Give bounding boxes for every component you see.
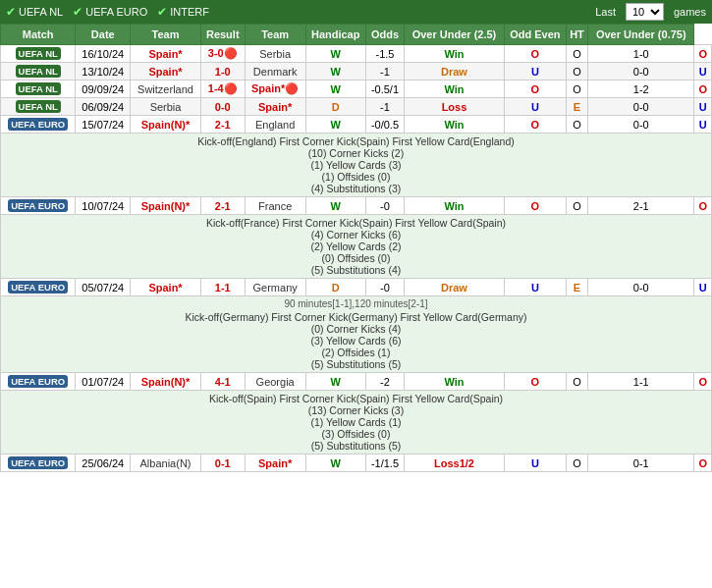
table-row: UEFA EURO 05/07/24 Spain* 1-1 Germany D …	[1, 279, 712, 296]
matches-table: Match Date Team Result Team Handicap Odd…	[0, 24, 712, 472]
cell-result: 1-0	[200, 63, 245, 80]
cell-oe: O	[566, 197, 587, 215]
cell-team2: England	[245, 116, 305, 134]
cell-team1: Spain*	[131, 45, 201, 63]
check-icon-interf: ✔	[157, 5, 167, 19]
col-match: Match	[1, 25, 76, 45]
cell-result: 4-1	[200, 373, 245, 391]
cell-handicap: -1	[365, 63, 404, 80]
filter-uefa-euro[interactable]: ✔ UEFA EURO	[73, 5, 147, 19]
col-odds: Odds	[365, 25, 404, 45]
cell-date: 09/09/24	[76, 80, 131, 98]
cell-handicap: -1.5	[365, 45, 404, 63]
cell-team2: Spain*🔴	[245, 80, 305, 98]
cell-ou2: U	[694, 63, 712, 80]
cell-handicap: -0.5/1	[365, 80, 404, 98]
cell-handicap: -0	[365, 279, 404, 296]
col-team1: Team	[131, 25, 201, 45]
cell-ou2: U	[694, 279, 712, 296]
cell-result: 2-1	[200, 116, 245, 134]
cell-ht: 0-0	[588, 116, 694, 134]
cell-date: 01/07/24	[76, 373, 131, 391]
cell-ou2: U	[694, 116, 712, 134]
cell-odds: Draw	[405, 63, 505, 80]
cell-handicap: -1	[365, 98, 404, 116]
games-select[interactable]: 10 20 30	[626, 3, 664, 21]
col-date: Date	[76, 25, 131, 45]
cell-odds: Loss1/2	[405, 454, 505, 472]
cell-team2: Georgia	[245, 373, 305, 391]
cell-oe: O	[566, 63, 587, 80]
cell-team1: Serbia	[131, 98, 201, 116]
cell-handicap: -1/1.5	[365, 454, 404, 472]
cell-result: 0-0	[200, 98, 245, 116]
cell-handicap: -2	[365, 373, 404, 391]
table-row: UEFA NL 09/09/24 Switzerland 1-4🔴 Spain*…	[1, 80, 712, 98]
cell-odds: Loss	[405, 98, 505, 116]
cell-ou2: O	[694, 454, 712, 472]
cell-odds: Win	[405, 373, 505, 391]
cell-date: 05/07/24	[76, 279, 131, 296]
cell-team2: France	[245, 197, 305, 215]
detail-cell: 90 minutes[1-1],120 minutes[2-1]Kick-off…	[1, 296, 712, 373]
cell-wdl: W	[305, 373, 365, 391]
cell-ht: 1-0	[588, 45, 694, 63]
detail-cell: Kick-off(France) First Corner Kick(Spain…	[1, 215, 712, 279]
cell-oe: E	[566, 98, 587, 116]
cell-oe: O	[566, 373, 587, 391]
cell-comp: UEFA NL	[1, 98, 76, 116]
cell-wdl: W	[305, 45, 365, 63]
col-ou2: Over Under (0.75)	[588, 25, 694, 45]
col-ht: HT	[566, 25, 587, 45]
cell-oe: O	[566, 45, 587, 63]
cell-ht: 0-1	[588, 454, 694, 472]
cell-team2: Denmark	[245, 63, 305, 80]
col-result: Result	[200, 25, 245, 45]
cell-odds: Win	[405, 80, 505, 98]
cell-result: 2-1	[200, 197, 245, 215]
cell-ou: O	[504, 373, 566, 391]
cell-comp: UEFA EURO	[1, 454, 76, 472]
cell-result: 1-4🔴	[200, 80, 245, 98]
cell-date: 25/06/24	[76, 454, 131, 472]
cell-odds: Draw	[405, 279, 505, 296]
detail-row: Kick-off(Spain) First Corner Kick(Spain)…	[1, 391, 712, 454]
cell-ht: 0-0	[588, 279, 694, 296]
table-row: UEFA EURO 15/07/24 Spain(N)* 2-1 England…	[1, 116, 712, 134]
cell-ou2: O	[694, 373, 712, 391]
filter-nl-label: UEFA NL	[19, 6, 63, 18]
cell-wdl: D	[305, 98, 365, 116]
cell-ou: O	[504, 45, 566, 63]
cell-date: 16/10/24	[76, 45, 131, 63]
cell-result: 0-1	[200, 454, 245, 472]
table-row: UEFA EURO 01/07/24 Spain(N)* 4-1 Georgia…	[1, 373, 712, 391]
table-row: UEFA NL 16/10/24 Spain* 3-0🔴 Serbia W -1…	[1, 45, 712, 63]
cell-ou: O	[504, 80, 566, 98]
check-icon-nl: ✔	[6, 5, 16, 19]
cell-oe: O	[566, 116, 587, 134]
cell-team2: Serbia	[245, 45, 305, 63]
col-handicap: Handicap	[305, 25, 365, 45]
cell-handicap: -0	[365, 197, 404, 215]
cell-oe: O	[566, 80, 587, 98]
cell-wdl: W	[305, 197, 365, 215]
cell-team1: Switzerland	[131, 80, 201, 98]
table-row: UEFA NL 13/10/24 Spain* 1-0 Denmark W -1…	[1, 63, 712, 80]
table-row: UEFA EURO 25/06/24 Albania(N) 0-1 Spain*…	[1, 454, 712, 472]
cell-ou2: O	[694, 80, 712, 98]
cell-ou2: O	[694, 45, 712, 63]
cell-wdl: W	[305, 63, 365, 80]
table-row: UEFA EURO 10/07/24 Spain(N)* 2-1 France …	[1, 197, 712, 215]
cell-result: 1-1	[200, 279, 245, 296]
filter-interf[interactable]: ✔ INTERF	[157, 5, 209, 19]
cell-ou2: O	[694, 197, 712, 215]
detail-cell: Kick-off(England) First Corner Kick(Spai…	[1, 134, 712, 197]
filter-uefa-nl[interactable]: ✔ UEFA NL	[6, 5, 63, 19]
cell-ou: O	[504, 197, 566, 215]
cell-team1: Spain(N)*	[131, 116, 201, 134]
cell-date: 10/07/24	[76, 197, 131, 215]
cell-team1: Spain*	[131, 63, 201, 80]
cell-ou: U	[504, 454, 566, 472]
cell-handicap: -0/0.5	[365, 116, 404, 134]
cell-ou: U	[504, 98, 566, 116]
